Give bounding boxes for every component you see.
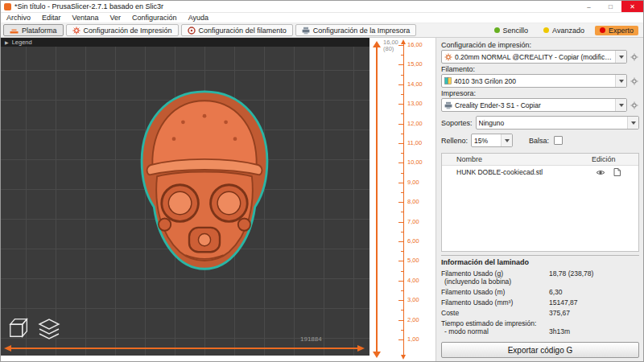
viewport-bottom-strip [1,356,369,361]
close-button[interactable]: ✕ [621,1,643,12]
ruler-tick [398,124,404,125]
sliced-info: Información del laminado Filamento Usado… [441,255,639,338]
ruler-tick [398,64,404,65]
layers-view-icon[interactable] [36,315,62,340]
menu-ver[interactable]: Ver [105,14,127,22]
ruler-tick [398,143,404,144]
model-gas-mask[interactable] [128,88,281,273]
height-ruler-ticks: 16,0015,0014,0013,0012,0011,0010,009,008… [369,38,436,361]
ruler-tick [398,222,404,223]
mode-sencillo[interactable]: Sencillo [489,26,534,35]
filament-label: Filamento: [441,65,639,73]
legend-bar[interactable]: ▶ Legend [1,38,369,47]
window-title: *Sin título - PrusaSlicer-2.7.1 basado e… [14,2,163,10]
window-controls: – □ ✕ [578,1,643,12]
print-settings-select[interactable]: 0.20mm NORMAL @CREALITY - Copiar (modifi… [441,50,627,64]
3d-view-cube-icon[interactable] [7,315,31,340]
object-list-empty-area [442,179,638,251]
print-settings-edit-gear-icon[interactable] [630,52,639,62]
horizontal-ruler [4,344,365,352]
sliced-info-row: Filamento Usado (m)6,30 [441,288,639,296]
object-name: HUNK DOBLE-cookiecad.stl [442,168,592,176]
menu-configuracion[interactable]: Configuración [126,14,183,22]
ruler-tick-label: 1,00 [407,336,419,343]
ruler-tick-label: 8,00 [407,199,419,205]
column-header-nombre: Nombre [442,155,592,163]
ruler-tick-label: 13,00 [407,101,423,107]
sliced-info-title: Información del laminado [441,258,639,266]
ruler-minor-tick [401,251,404,252]
filament-select[interactable]: 4010 3n3 Grilon 200 [441,74,627,88]
menu-editar[interactable]: Editar [36,14,67,22]
chevron-down-icon [615,99,626,111]
legend-collapse-icon: ▶ [5,39,9,45]
gear-icon [444,53,452,61]
ruler-tick-label: 5,00 [407,257,419,264]
app-window: *Sin título - PrusaSlicer-2.7.1 basado e… [0,0,644,362]
mode-experto[interactable]: Experto [595,26,638,35]
expert-mode-dot-icon [600,27,605,33]
viewport-corner-icons [7,315,62,340]
ruler-tick [398,261,404,261]
ruler-tick-label: 16,00 [407,42,423,48]
printer-edit-gear-icon[interactable] [630,101,639,110]
ruler-tick-label: 11,00 [407,140,422,146]
right-panel: Configuración de impresión: 0.20mm NORMA… [436,38,643,361]
ruler-minor-tick [401,94,404,95]
mode-label: Experto [609,27,634,35]
ruler-tick-label: 15,00 [407,61,423,68]
raft-checkbox[interactable] [554,136,563,145]
printer-icon [444,101,452,109]
minimize-button[interactable]: – [578,1,600,12]
tab-bar: Plataforma Configuración de Impresión Co… [1,23,643,38]
filament-edit-gear-icon[interactable] [630,76,639,86]
simple-mode-dot-icon [494,27,500,33]
ruler-tick-label: 4,00 [407,278,419,284]
object-row[interactable]: HUNK DOBLE-cookiecad.stl [442,166,638,179]
ruler-minor-tick [401,271,404,272]
chevron-down-icon [615,51,626,63]
sliced-info-row: Coste375,67 [441,309,639,317]
menu-archivo[interactable]: Archivo [1,14,36,22]
ruler-tick [398,104,404,105]
printer-row: Creality Ender-3 S1 - Copiar [441,98,639,112]
tab-configuracion-impresion[interactable]: Configuración de Impresión [66,24,179,36]
ruler-minor-tick [401,330,404,331]
infill-label: Relleno: [441,137,468,145]
ruler-minor-tick [401,290,404,291]
menu-bar: Archivo Editar Ventana Ver Configuración… [1,13,643,23]
mode-label: Avanzado [552,27,584,35]
object-list: Nombre Edición HUNK DOBLE-cookiecad.stl [441,153,639,252]
menu-ventana[interactable]: Ventana [67,14,105,22]
infill-select[interactable]: 15% [471,134,513,147]
edit-object-icon[interactable] [609,168,638,176]
ruler-minor-tick [401,134,404,134]
layer-indicator: 16,00 (80) [383,39,398,52]
ruler-tick [398,84,404,85]
column-header-edicion: Edición [592,155,638,163]
tab-configuracion-impresora[interactable]: Configuración de la Impresora [295,24,417,36]
chevron-down-icon [615,75,626,87]
chevron-down-icon [627,117,638,129]
menu-ayuda[interactable]: Ayuda [183,14,214,22]
title-bar: *Sin título - PrusaSlicer-2.7.1 basado e… [1,1,643,13]
printer-select[interactable]: Creality Ender-3 S1 - Copiar [441,98,627,112]
tab-label: Configuración del filamento [199,27,287,35]
visibility-eye-icon[interactable] [592,169,609,176]
main-area: ▶ Legend [1,38,643,361]
viewport-3d[interactable]: ▶ Legend [1,38,369,361]
mode-avanzado[interactable]: Avanzado [539,26,589,35]
export-gcode-button[interactable]: Exportar código G [441,342,639,358]
tab-plataforma[interactable]: Plataforma [3,24,64,36]
tab-configuracion-filamento[interactable]: Configuración del filamento [181,24,293,36]
platform-icon [10,27,19,35]
ruler-tick [398,300,404,301]
sliced-info-rows: Filamento Usado (g)(incluyendo la bobina… [441,269,639,335]
print-settings-label: Configuración de impresión: [441,41,639,49]
supports-label: Soportes: [441,119,473,127]
printer-icon [302,27,310,35]
maximize-button[interactable]: □ [600,1,621,12]
supports-select[interactable]: Ninguno [476,116,639,130]
object-list-header: Nombre Edición [442,154,638,166]
print-settings-row: 0.20mm NORMAL @CREALITY - Copiar (modifi… [441,50,639,64]
